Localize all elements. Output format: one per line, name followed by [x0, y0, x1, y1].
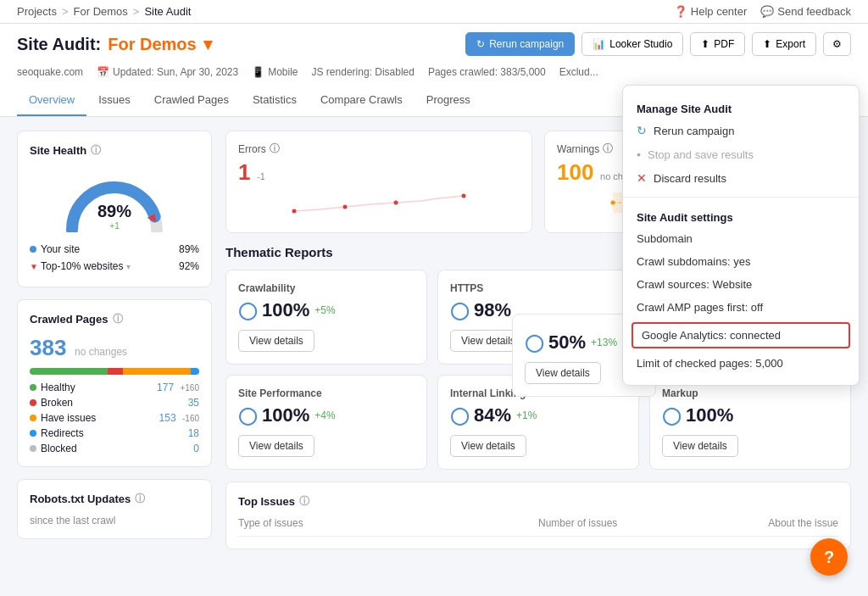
info-icon2: ⓘ: [113, 312, 123, 326]
svg-point-0: [292, 209, 297, 214]
gauge-container: 89% +1: [30, 166, 199, 232]
errors-chart: [238, 186, 520, 220]
markup-view-details[interactable]: View details: [662, 435, 738, 457]
circle-icon2: ◯: [450, 300, 469, 320]
refresh-icon: ↻: [476, 38, 485, 50]
export-button[interactable]: ⬆ Export: [752, 32, 816, 56]
gear-icon: ⚙: [832, 38, 842, 50]
site-health-card: Site Health ⓘ 89% +1: [17, 131, 212, 287]
excluded: Exclud...: [559, 66, 598, 78]
looker-studio-button[interactable]: 📊 Looker Studio: [581, 32, 683, 56]
svg-point-2: [394, 201, 398, 205]
legend: Healthy 177 +160 Broken 35: [30, 382, 199, 454]
dropdown-stop: ▪ Stop and save results: [623, 142, 859, 166]
crawled-pages-title: Crawled Pages ⓘ: [30, 312, 199, 326]
report-site-performance: Site Performance ◯ 100% +4% View details: [225, 375, 427, 470]
tab-issues[interactable]: Issues: [86, 85, 142, 116]
tab-progress[interactable]: Progress: [415, 85, 482, 116]
crawled-count: 383: [30, 335, 66, 360]
js-rendering: JS rendering: Disabled: [312, 66, 415, 78]
healthy-dot: [30, 384, 36, 391]
internal-linking-view-details[interactable]: View details: [450, 435, 526, 457]
legend-broken: Broken 35: [30, 397, 199, 409]
tab-compare-crawls[interactable]: Compare Crawls: [309, 85, 415, 116]
settings-title: Site Audit settings: [623, 204, 859, 227]
tab-statistics[interactable]: Statistics: [241, 85, 309, 116]
errors-card: Errors ⓘ 1 -1: [225, 131, 532, 233]
pb-redirects: [191, 368, 199, 375]
site-health-title: Site Health ⓘ: [30, 143, 199, 158]
errors-label: Errors ⓘ: [238, 142, 520, 156]
report-crawlability: Crawlability ◯ 100% +5% View details: [225, 270, 427, 365]
info-icon: ⓘ: [91, 143, 101, 158]
top-issues-title: Top Issues ⓘ: [238, 494, 838, 509]
circle-icon3: ◯: [238, 405, 257, 426]
info-icon6: ⓘ: [299, 494, 309, 509]
dropdown-subdomain[interactable]: Subdomain: [623, 227, 859, 250]
site-performance-view-details[interactable]: View details: [238, 435, 314, 457]
dropdown-limit[interactable]: Limit of checked pages: 5,000: [623, 352, 859, 375]
pages-crawled: Pages crawled: 383/5,000: [428, 66, 546, 78]
sep1: >: [62, 5, 69, 18]
crawled-pages-card: Crawled Pages ⓘ 383 no changes Healthy: [17, 299, 212, 467]
issues-header: Type of issues Number of issues About th…: [238, 517, 838, 537]
errors-value-row: 1 -1: [238, 159, 520, 186]
device-info: 📱 Mobile: [252, 66, 298, 78]
dropdown-crawl-amp[interactable]: Crawl AMP pages first: off: [623, 296, 859, 319]
help-center-link[interactable]: ❓ Help center: [674, 5, 747, 18]
warnings-value: 100: [557, 159, 593, 185]
dropdown-discard[interactable]: ✕ Discard results: [623, 166, 859, 190]
updated-date: 📅 Updated: Sun, Apr 30, 2023: [97, 66, 238, 78]
tab-overview[interactable]: Overview: [17, 85, 86, 116]
calendar-icon: 📅: [97, 66, 109, 78]
refresh-icon: ↻: [637, 124, 647, 137]
breadcrumb-projects[interactable]: Projects: [17, 5, 57, 18]
down-arrow-icon: ▼: [30, 262, 38, 271]
x-icon: ✕: [637, 171, 647, 185]
circle-icon: ◯: [238, 300, 257, 320]
site-name[interactable]: For Demos: [108, 35, 196, 54]
settings-button[interactable]: ⚙: [823, 32, 851, 56]
crawlability-view-details[interactable]: View details: [238, 330, 314, 352]
pdf-button[interactable]: ⬆ PDF: [690, 32, 745, 56]
breadcrumb: Projects > For Demos > Site Audit: [17, 5, 191, 18]
health-percent: 89%: [97, 202, 131, 221]
breadcrumb-for-demos[interactable]: For Demos: [74, 5, 128, 18]
redirects-dot: [30, 430, 36, 437]
dropdown-google-analytics[interactable]: Google Analytics: connected: [632, 322, 850, 348]
feedback-icon: 💬: [760, 5, 774, 18]
sidebar: Site Health ⓘ 89% +1: [17, 131, 212, 549]
divider: [623, 197, 859, 198]
tab-crawled-pages[interactable]: Crawled Pages: [142, 85, 241, 116]
info-icon5: ⓘ: [603, 142, 613, 156]
robots-card: Robots.txt Updates ⓘ since the last craw…: [17, 479, 212, 539]
errors-change: -1: [257, 171, 265, 181]
robots-title: Robots.txt Updates ⓘ: [30, 492, 199, 506]
header-actions: ↻ Rerun campaign 📊 Looker Studio ⬆ PDF ⬆…: [465, 32, 851, 56]
question-icon: ?: [824, 548, 834, 564]
progress-bar: [30, 368, 199, 375]
svg-point-5: [611, 201, 615, 205]
site-comparison: Your site 89% ▼ Top-10% websites ▾ 92%: [30, 241, 199, 275]
pb-issues: [123, 368, 191, 375]
dropdown-arrow-icon: ▾: [203, 34, 212, 54]
top-nav-right: ❓ Help center 💬 Send feedback: [674, 5, 851, 18]
crawled-count-row: 383 no changes: [30, 335, 199, 361]
pb-broken: [108, 368, 123, 375]
crawled-status: no changes: [75, 346, 127, 358]
rerun-campaign-button[interactable]: ↻ Rerun campaign: [465, 32, 575, 56]
issues-dot: [30, 415, 36, 421]
report-markup: Markup ◯ 100% View details: [649, 375, 851, 470]
send-feedback-link[interactable]: 💬 Send feedback: [760, 5, 851, 18]
dropdown-crawl-sources[interactable]: Crawl sources: Website: [623, 273, 859, 296]
dropdown-crawl-subdomains[interactable]: Crawl subdomains: yes: [623, 250, 859, 273]
fourth-view-details[interactable]: View details: [525, 362, 601, 384]
meta-row: seoquake.com 📅 Updated: Sun, Apr 30, 202…: [17, 63, 851, 85]
col-type: Type of issues: [238, 517, 538, 529]
robots-since: since the last crawl: [30, 515, 199, 526]
info-icon3: ⓘ: [135, 492, 145, 506]
blocked-dot: [30, 445, 36, 452]
top-issues-section: Top Issues ⓘ Type of issues Number of is…: [225, 482, 851, 549]
dropdown-rerun[interactable]: ↻ Rerun campaign: [623, 119, 859, 142]
top10-row: ▼ Top-10% websites ▾ 92%: [30, 258, 199, 275]
